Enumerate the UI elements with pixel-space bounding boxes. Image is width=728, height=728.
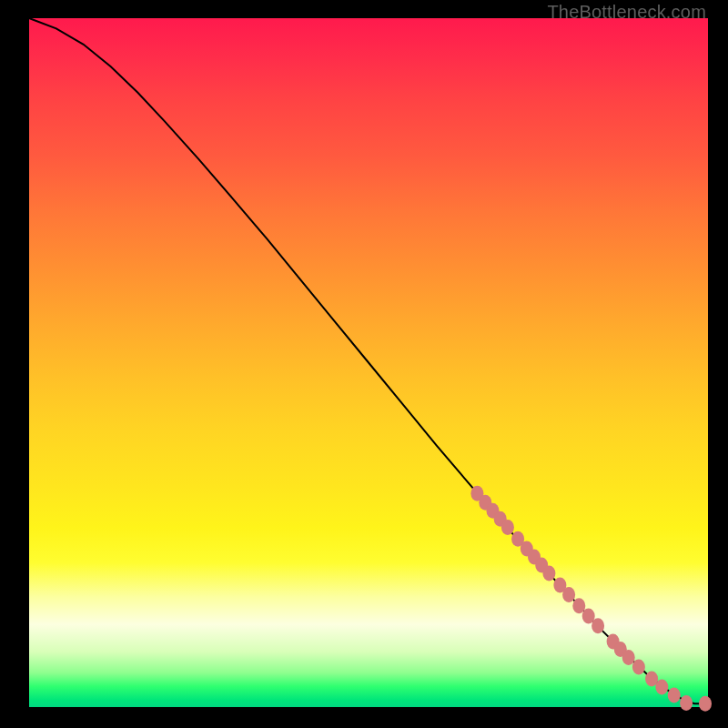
data-marker: [562, 587, 575, 602]
data-marker: [622, 650, 635, 665]
data-marker: [572, 598, 585, 613]
data-marker: [668, 688, 681, 703]
marker-group: [470, 486, 712, 712]
data-marker: [632, 660, 645, 675]
chart-frame: TheBottleneck.com: [0, 0, 728, 728]
chart-svg: [29, 18, 708, 707]
data-marker: [699, 696, 712, 712]
watermark-text: TheBottleneck.com: [547, 2, 706, 23]
data-marker: [592, 618, 604, 633]
data-marker: [680, 695, 693, 711]
plot-area: [29, 18, 708, 707]
data-marker: [655, 680, 668, 695]
curve-path: [29, 18, 708, 703]
data-marker: [542, 566, 555, 581]
data-marker: [501, 520, 514, 535]
